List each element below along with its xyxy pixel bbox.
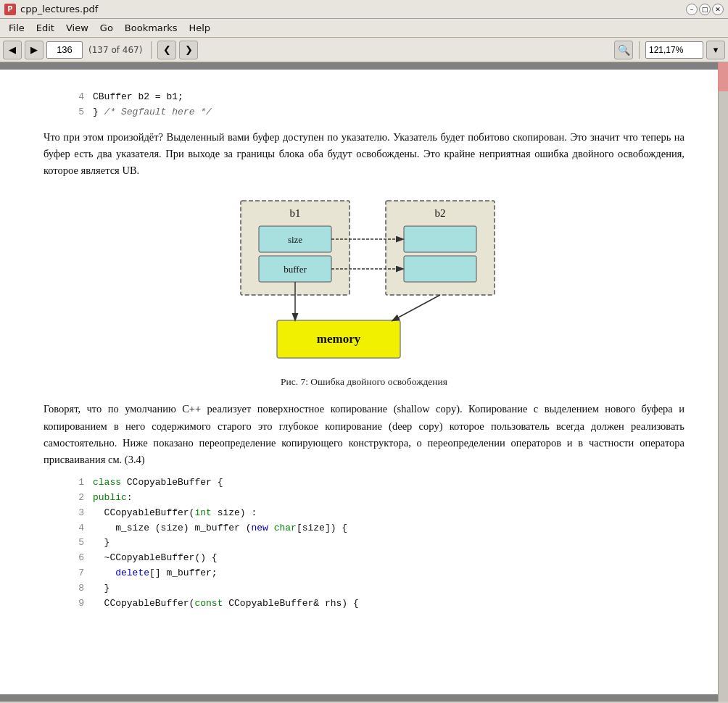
code-text: CCopyableBuffer(const CCopyableBuffer& r… — [93, 596, 359, 612]
code-text: CCopyableBuffer(int size) : — [93, 506, 257, 521]
line-number: 4 — [73, 521, 84, 536]
code-line-b3: 3 CCopyableBuffer(int size) : — [73, 506, 684, 521]
code-line-b5: 5 } — [73, 536, 684, 551]
line-number: 3 — [73, 506, 84, 521]
svg-text:memory: memory — [317, 332, 361, 346]
zoom-input[interactable] — [645, 41, 703, 59]
line-number: 2 — [73, 491, 84, 506]
code-line-b7: 7 delete[] m_buffer; — [73, 566, 684, 581]
code-text: public: — [93, 491, 133, 506]
svg-text:b1: b1 — [290, 207, 301, 219]
menu-view[interactable]: View — [60, 21, 94, 35]
back-button[interactable]: ◀ — [3, 41, 22, 59]
menu-bookmarks[interactable]: Bookmarks — [119, 21, 183, 35]
diagram-container: b1 size buffer b2 — [44, 194, 684, 367]
toolbar-separator — [151, 41, 152, 59]
titlebar-title: cpp_lectures.pdf — [20, 4, 98, 14]
close-button[interactable]: ✕ — [712, 4, 724, 15]
page-info: (137 of 467) — [86, 45, 145, 55]
zoom-dropdown-button[interactable]: ▾ — [706, 41, 725, 59]
code-text: CBuffer b2 = b1; — [93, 90, 183, 105]
toolbar: ◀ ▶ (137 of 467) ❮ ❯ 🔍 ▾ — [0, 38, 728, 62]
svg-text:b2: b2 — [435, 207, 446, 219]
code-text: delete[] m_buffer; — [93, 566, 218, 581]
app-icon: P — [4, 4, 16, 15]
forward-button[interactable]: ▶ — [25, 41, 44, 59]
prev-page-button[interactable]: ❮ — [157, 41, 176, 59]
line-number: 5 — [73, 105, 84, 120]
svg-rect-8 — [404, 226, 476, 252]
window-controls: – □ ✕ — [686, 4, 724, 15]
svg-text:size: size — [288, 234, 302, 245]
toolbar-separator2 — [639, 41, 640, 59]
code-line-b9: 9 CCopyableBuffer(const CCopyableBuffer&… — [73, 596, 684, 612]
line-number: 5 — [73, 536, 84, 551]
paragraph-2: Говорят, что по умолчанию C++ реализует … — [44, 401, 684, 468]
code-block-bottom: 1 class CCopyableBuffer { 2 public: 3 CC… — [73, 475, 684, 611]
code-text: m_size (size) m_buffer (new char[size]) … — [93, 521, 347, 536]
scroll-thumb[interactable] — [718, 62, 728, 91]
code-line-b4: 4 m_size (size) m_buffer (new char[size]… — [73, 521, 684, 536]
svg-line-15 — [393, 295, 440, 320]
line-number: 7 — [73, 566, 84, 581]
scrollbar[interactable] — [718, 62, 728, 702]
fig-caption: Рис. 7: Ошибка двойного освобождения — [44, 375, 684, 389]
code-text: } — [93, 536, 109, 551]
line-number: 1 — [73, 475, 84, 491]
pdf-page: 4 CBuffer b2 = b1; 5 } /* Segfault here … — [0, 70, 728, 694]
menu-go[interactable]: Go — [94, 21, 119, 35]
maximize-button[interactable]: □ — [699, 4, 711, 15]
minimize-button[interactable]: – — [686, 4, 698, 15]
code-line-5: 5 } /* Segfault here */ — [73, 105, 684, 120]
titlebar: P cpp_lectures.pdf – □ ✕ — [0, 0, 728, 19]
code-text: class CCopyableBuffer { — [93, 475, 223, 491]
content-area: 4 CBuffer b2 = b1; 5 } /* Segfault here … — [0, 62, 728, 702]
code-text: } /* Segfault here */ — [93, 105, 212, 120]
line-number: 4 — [73, 90, 84, 105]
code-block-top: 4 CBuffer b2 = b1; 5 } /* Segfault here … — [73, 90, 684, 120]
next-page-button[interactable]: ❯ — [179, 41, 198, 59]
paragraph-1: Что при этом произойдёт? Выделенный вами… — [44, 129, 684, 180]
memory-diagram: b1 size buffer b2 — [219, 194, 509, 367]
svg-rect-9 — [404, 256, 476, 282]
menu-help[interactable]: Help — [183, 21, 216, 35]
code-line-b1: 1 class CCopyableBuffer { — [73, 475, 684, 491]
code-text: } — [93, 581, 109, 596]
search-icon: 🔍 — [618, 44, 630, 56]
page-input[interactable] — [46, 41, 83, 59]
menubar: File Edit View Go Bookmarks Help — [0, 19, 728, 38]
svg-text:buffer: buffer — [284, 264, 307, 275]
line-number: 9 — [73, 596, 84, 612]
code-line-4: 4 CBuffer b2 = b1; — [73, 90, 684, 105]
code-line-b6: 6 ~CCopyableBuffer() { — [73, 551, 684, 566]
line-number: 8 — [73, 581, 84, 596]
line-number: 6 — [73, 551, 84, 566]
search-button[interactable]: 🔍 — [614, 41, 633, 59]
code-text: ~CCopyableBuffer() { — [93, 551, 218, 566]
menu-edit[interactable]: Edit — [30, 21, 60, 35]
code-line-b8: 8 } — [73, 581, 684, 596]
menu-file[interactable]: File — [3, 21, 30, 35]
code-line-b2: 2 public: — [73, 491, 684, 506]
